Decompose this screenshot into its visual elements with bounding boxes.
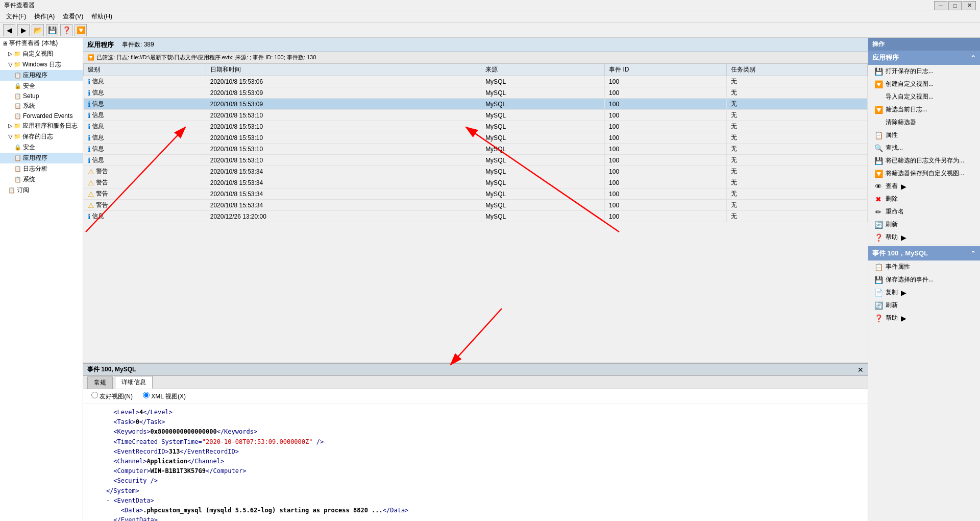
action-open-saved[interactable]: 💾 打开保存的日志...: [868, 65, 980, 78]
menu-view[interactable]: 查看(V): [59, 11, 87, 22]
filter-icon-1: 🔽: [874, 80, 883, 88]
tree-item-windows-log[interactable]: ▽ 📁 Windows 日志: [0, 59, 83, 70]
action-find[interactable]: 🔍 查找...: [868, 141, 980, 154]
action-rename[interactable]: ✏ 重命名: [868, 205, 980, 218]
detail-panel: 事件 100, MySQL ✕ 常规 详细信息 友好视图(N) XML 视图(X…: [83, 363, 868, 521]
action-save-filtered[interactable]: 💾 将已筛选的日志文件另存为...: [868, 154, 980, 167]
radio-xml[interactable]: XML 视图(X): [143, 392, 186, 401]
cell-datetime: 2020/10/8 15:53:34: [206, 188, 481, 200]
cell-source: MySQL: [481, 132, 605, 144]
cell-datetime: 2020/10/8 15:53:10: [206, 132, 481, 144]
action-help-2[interactable]: ❓ 帮助 ▶: [868, 312, 980, 324]
tree-item-custom-view[interactable]: ▷ 📁 自定义视图: [0, 49, 83, 59]
tree-item-saved-logs[interactable]: ▽ 📁 保存的日志: [0, 131, 83, 142]
table-row[interactable]: ℹ信息 2020/10/8 15:53:10 MySQL 100 无: [84, 132, 868, 144]
col-datetime[interactable]: 日期和时间: [206, 64, 481, 76]
tree-item-subscription[interactable]: 📋 订阅: [0, 185, 83, 196]
table-row[interactable]: ℹ信息 2020/10/8 15:53:10 MySQL 100 无: [84, 121, 868, 132]
action-properties[interactable]: 📋 属性: [868, 129, 980, 141]
action-refresh[interactable]: 🔄 刷新: [868, 218, 980, 231]
tree-item-saved-system[interactable]: 📋 系统: [0, 174, 83, 185]
table-row[interactable]: ℹ信息 2020/10/8 15:53:09 MySQL 100 无: [84, 87, 868, 99]
detail-close-button[interactable]: ✕: [857, 366, 864, 374]
minimize-button[interactable]: ─: [934, 1, 947, 10]
table-row[interactable]: ⚠警告 2020/10/8 15:53:34 MySQL 100 无: [84, 166, 868, 177]
action-help[interactable]: ❓ 帮助 ▶: [868, 231, 980, 244]
tree-item-log-analysis-label: 日志分析: [23, 164, 47, 173]
close-button[interactable]: ✕: [963, 1, 976, 10]
save-button[interactable]: 💾: [46, 24, 58, 36]
action-create-custom[interactable]: 🔽 创建自定义视图...: [868, 78, 980, 90]
xml-line-6: <Channel>Application</Channel>: [91, 457, 860, 466]
table-row[interactable]: ⚠警告 2020/10/8 15:53:34 MySQL 100 无: [84, 188, 868, 200]
cell-category: 无: [727, 188, 868, 200]
action-clear-filter[interactable]: 清除筛选器: [868, 116, 980, 129]
table-row[interactable]: ℹ信息 2020/10/8 15:53:10 MySQL 100 无: [84, 155, 868, 166]
cell-category: 无: [727, 132, 868, 144]
action-save-filter-view[interactable]: 🔽 将筛选器保存到自定义视图...: [868, 167, 980, 180]
menu-file[interactable]: 文件(F): [2, 11, 30, 22]
tree-item-system[interactable]: 📋 系统: [0, 101, 83, 111]
action-section-app: 操作 应用程序 ⌃ 💾 打开保存的日志... 🔽 创建自定义视图... 导入自定…: [868, 38, 980, 324]
cell-eventid: 100: [605, 121, 727, 132]
action-view[interactable]: 👁 查看 ▶: [868, 180, 980, 193]
table-row[interactable]: ⚠警告 2020/10/8 15:53:34 MySQL 100 无: [84, 177, 868, 188]
table-row[interactable]: ℹ信息 2020/10/8 15:53:10 MySQL 100 无: [84, 144, 868, 155]
cell-eventid: 100: [605, 132, 727, 144]
tree-item-root[interactable]: 🖥 事件查看器 (本地): [0, 38, 83, 49]
table-row[interactable]: ℹ信息 2020/10/8 15:53:06 MySQL 100 无: [84, 76, 868, 87]
action-header-app[interactable]: 操作: [868, 38, 980, 51]
tab-detail[interactable]: 详细信息: [115, 376, 153, 389]
forward-button[interactable]: ▶: [17, 24, 30, 36]
menu-action[interactable]: 操作(A): [30, 11, 59, 22]
tab-general[interactable]: 常规: [87, 376, 113, 389]
action-refresh-2[interactable]: 🔄 刷新: [868, 299, 980, 312]
action-save-selected[interactable]: 💾 保存选择的事件...: [868, 273, 980, 286]
table-row[interactable]: ℹ信息 2020/10/8 15:53:09 MySQL 100 无: [84, 99, 868, 110]
filter-icon: 🔽: [87, 54, 94, 61]
back-button[interactable]: ◀: [3, 24, 15, 36]
warn-icon: ⚠: [88, 190, 94, 198]
col-source[interactable]: 来源: [481, 64, 605, 76]
cell-level: ℹ信息: [84, 87, 206, 99]
find-icon: 🔍: [874, 144, 883, 152]
table-row[interactable]: ⚠警告 2020/10/8 15:53:34 MySQL 100 无: [84, 200, 868, 211]
cell-category: 无: [727, 144, 868, 155]
action-delete[interactable]: ✖ 删除: [868, 193, 980, 205]
action-filter-current[interactable]: 🔽 筛选当前日志...: [868, 103, 980, 116]
cell-category: 无: [727, 200, 868, 211]
action-import-custom[interactable]: 导入自定义视图...: [868, 90, 980, 103]
log-icon-forwarded: 📋: [14, 113, 21, 120]
tree-item-forwarded-label: Forwarded Events: [23, 112, 72, 120]
tree-item-app[interactable]: 📋 应用程序: [0, 70, 83, 81]
tree-item-app-service[interactable]: ▷ 📁 应用程序和服务日志: [0, 121, 83, 131]
xml-line-4: <TimeCreated SystemTime="2020-10-08T07:5…: [91, 437, 860, 447]
help-toolbar-button[interactable]: ❓: [60, 24, 72, 36]
col-eventid[interactable]: 事件 ID: [605, 64, 727, 76]
xml-line-12: </EventData>: [91, 515, 860, 521]
open-button[interactable]: 📂: [32, 24, 44, 36]
radio-friendly[interactable]: 友好视图(N): [91, 392, 133, 401]
table-row[interactable]: ℹ信息 2020/10/8 15:53:10 MySQL 100 无: [84, 110, 868, 121]
maximize-button[interactable]: □: [948, 1, 962, 10]
tree-item-log-analysis[interactable]: 📋 日志分析: [0, 163, 83, 174]
toolbar: ◀ ▶ 📂 💾 ❓ 🔽: [0, 22, 980, 38]
tree-item-system-label: 系统: [23, 102, 35, 110]
tree-item-saved-security[interactable]: 🔒 安全: [0, 142, 83, 153]
tree-item-forwarded[interactable]: 📋 Forwarded Events: [0, 111, 83, 121]
cell-eventid: 100: [605, 144, 727, 155]
help-icon-2: ❓: [874, 314, 883, 322]
action-subheader-event: 事件 100，MySQL ⌃: [868, 246, 980, 260]
action-copy[interactable]: 📄 复制 ▶: [868, 286, 980, 299]
tree-item-setup[interactable]: 📋 Setup: [0, 91, 83, 101]
menu-help[interactable]: 帮助(H): [87, 11, 116, 22]
col-category[interactable]: 任务类别: [727, 64, 868, 76]
cell-level: ℹ信息: [84, 110, 206, 121]
filter-button[interactable]: 🔽: [75, 24, 87, 36]
col-level[interactable]: 级别: [84, 64, 206, 76]
table-row[interactable]: ℹ信息 2020/12/26 13:20:00 MySQL 100 无: [84, 211, 868, 222]
tree-item-saved-app[interactable]: 📋 应用程序: [0, 153, 83, 163]
tree-item-security[interactable]: 🔒 安全: [0, 81, 83, 91]
action-event-props[interactable]: 📋 事件属性: [868, 260, 980, 273]
tree-item-subscription-label: 订阅: [17, 186, 29, 195]
